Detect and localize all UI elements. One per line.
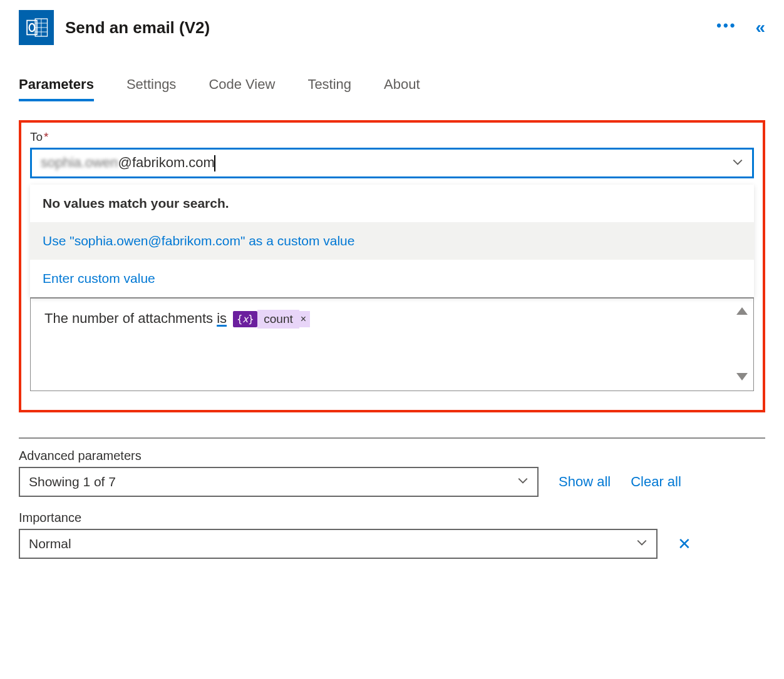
section-divider [19, 437, 765, 439]
to-label: To* [30, 130, 754, 144]
svg-marker-4 [736, 307, 748, 315]
token-label: count [257, 310, 299, 329]
tab-settings[interactable]: Settings [126, 76, 177, 101]
dropdown-enter-custom[interactable]: Enter custom value [30, 260, 754, 297]
dropdown-no-match: No values match your search. [30, 185, 754, 222]
to-input-text[interactable]: sophia.owen@fabrikom.com [41, 155, 732, 171]
to-blurred-value: sophia.owen [41, 155, 118, 170]
expression-token[interactable]: {x} count × [233, 310, 310, 329]
to-dropdown: No values match your search. Use "sophia… [30, 185, 754, 297]
tab-bar: Parameters Settings Code View Testing Ab… [19, 76, 765, 101]
svg-marker-5 [736, 373, 748, 380]
editor-stepper [731, 304, 753, 385]
chevron-down-icon [517, 474, 529, 489]
advanced-params-select[interactable]: Showing 1 of 7 [19, 467, 539, 497]
token-remove-icon[interactable]: × [299, 311, 310, 327]
chevron-down-icon [636, 536, 647, 551]
clear-all-link[interactable]: Clear all [631, 474, 681, 490]
tab-code-view[interactable]: Code View [209, 76, 275, 101]
fx-icon: {x} [233, 311, 257, 327]
advanced-params-label: Advanced parameters [19, 449, 765, 463]
tab-about[interactable]: About [384, 76, 420, 101]
body-text: The number of attachments is [44, 310, 227, 326]
triangle-up-icon[interactable] [735, 304, 749, 320]
collapse-panel-button[interactable]: « [755, 18, 765, 38]
to-label-text: To [30, 130, 43, 143]
more-options-button[interactable]: ••• [716, 19, 736, 36]
tab-parameters[interactable]: Parameters [19, 76, 94, 101]
to-value-tail: @fabrikom.com [118, 155, 215, 170]
tab-testing[interactable]: Testing [307, 76, 351, 101]
to-input[interactable]: sophia.owen@fabrikom.com [30, 148, 754, 178]
outlook-icon [19, 10, 54, 45]
show-all-link[interactable]: Show all [559, 474, 611, 490]
panel-title: Send an email (V2) [65, 18, 705, 38]
chevron-down-icon[interactable] [732, 155, 743, 171]
body-editor[interactable]: The number of attachments is {x} count × [30, 297, 754, 391]
triangle-down-icon[interactable] [735, 369, 749, 385]
remove-importance-button[interactable]: ✕ [678, 534, 691, 554]
highlighted-region: To* sophia.owen@fabrikom.com No values m… [19, 120, 765, 412]
dropdown-use-custom[interactable]: Use "sophia.owen@fabrikom.com" as a cust… [30, 222, 754, 260]
importance-select[interactable]: Normal [19, 529, 658, 559]
advanced-params-summary: Showing 1 of 7 [29, 474, 116, 489]
importance-label: Importance [19, 511, 765, 525]
importance-value: Normal [29, 536, 71, 551]
panel-header: Send an email (V2) ••• « [19, 5, 765, 50]
